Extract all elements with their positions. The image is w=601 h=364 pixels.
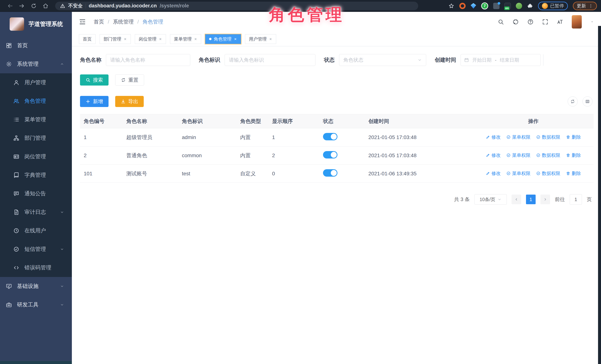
avatar-caret-icon[interactable]: [590, 20, 594, 24]
extension-orange-icon[interactable]: [459, 3, 466, 9]
tab-菜单管理[interactable]: 菜单管理: [170, 34, 201, 44]
status-toggle[interactable]: [323, 151, 337, 158]
cell-sort: 0: [268, 165, 319, 183]
browser-menu-dots-icon[interactable]: [589, 4, 593, 8]
font-size-icon[interactable]: [557, 19, 563, 25]
sidebar-item-label: 用户管理: [24, 79, 46, 86]
role-key-input[interactable]: [225, 54, 315, 66]
tab-岗位管理[interactable]: 岗位管理: [135, 34, 166, 44]
extension-gem-icon[interactable]: [471, 3, 476, 9]
add-button[interactable]: 新增: [80, 96, 109, 107]
fullscreen-icon[interactable]: [542, 19, 548, 25]
cell-status: [319, 128, 365, 147]
sidebar-item-announce[interactable]: 通知公告: [0, 184, 72, 203]
github-icon[interactable]: [512, 19, 519, 25]
tab-角色管理[interactable]: 角色管理: [205, 34, 241, 44]
bookmark-star-icon[interactable]: [448, 3, 454, 9]
breadcrumb-home[interactable]: 首页: [94, 18, 104, 25]
table-refresh-button[interactable]: [568, 97, 578, 107]
tab-label: 部门管理: [103, 36, 121, 42]
close-icon[interactable]: [123, 37, 127, 41]
sidebar-item-users[interactable]: 角色管理: [0, 92, 72, 110]
browser-reload-icon[interactable]: [31, 3, 37, 9]
sidebar-item-doc[interactable]: 审计日志: [0, 203, 72, 221]
table-row: 2普通角色common内置22021-01-05 17:03:48修改菜单权限数…: [80, 147, 594, 165]
tab-首页[interactable]: 首页: [79, 34, 96, 44]
security-label[interactable]: 不安全: [68, 3, 83, 9]
action-check-circle-link[interactable]: 菜单权限: [506, 134, 531, 140]
browser-forward-icon[interactable]: [19, 3, 25, 9]
action-check-circle-link[interactable]: 菜单权限: [506, 170, 531, 177]
status-select[interactable]: 角色状态: [339, 54, 426, 66]
close-icon[interactable]: [269, 37, 272, 41]
extension-dark-icon[interactable]: on: [504, 3, 511, 9]
sidebar-item-list[interactable]: 菜单管理: [0, 110, 72, 129]
sidebar-item-label: 菜单管理: [24, 116, 46, 123]
goto-label: 前往: [555, 196, 565, 203]
action-trash-link[interactable]: 删除: [566, 170, 581, 177]
hamburger-fold-icon[interactable]: [79, 18, 86, 25]
status-toggle[interactable]: [323, 133, 337, 140]
action-trash-link[interactable]: 删除: [566, 134, 581, 140]
sidebar-item-tree[interactable]: 部门管理: [0, 129, 72, 147]
sidebar-item-gear[interactable]: 系统管理: [0, 55, 72, 73]
page-number-1[interactable]: 1: [526, 195, 536, 204]
search-button[interactable]: 搜索: [80, 74, 109, 86]
sidebar-item-book[interactable]: 字典管理: [0, 166, 72, 184]
sidebar-item-monitor[interactable]: 基础设施: [0, 277, 72, 295]
browser-home-icon[interactable]: [43, 3, 49, 9]
chevron-right-icon: [543, 197, 547, 201]
action-label: 菜单权限: [512, 170, 531, 177]
action-check-circle-link[interactable]: 数据权限: [536, 152, 561, 158]
table-columns-button[interactable]: [582, 97, 592, 107]
online-icon: [13, 228, 19, 234]
help-icon[interactable]: [527, 19, 534, 25]
status-toggle[interactable]: [323, 169, 337, 177]
breadcrumb-system[interactable]: 系统管理: [113, 18, 134, 25]
action-check-circle-link[interactable]: 数据权限: [536, 134, 561, 140]
close-icon[interactable]: [194, 37, 197, 41]
profile-paused-pill[interactable]: 已暂停: [538, 2, 568, 10]
tab-部门管理[interactable]: 部门管理: [100, 34, 131, 44]
page-scrollbar[interactable]: [598, 26, 601, 364]
action-check-circle-link[interactable]: 数据权限: [536, 170, 561, 177]
action-edit-link[interactable]: 修改: [486, 170, 501, 177]
extension-seven-icon[interactable]: 7: [481, 2, 488, 10]
sidebar-item-user[interactable]: 用户管理: [0, 73, 72, 92]
action-check-circle-link[interactable]: 菜单权限: [506, 152, 531, 158]
close-icon[interactable]: [234, 37, 237, 41]
extensions-puzzle-icon[interactable]: [527, 3, 533, 9]
sidebar-item-online[interactable]: 在线用户: [0, 221, 72, 240]
sidebar-item-sms[interactable]: 短信管理: [0, 240, 72, 258]
action-edit-link[interactable]: 修改: [486, 152, 501, 158]
search-icon[interactable]: [498, 19, 504, 25]
close-icon[interactable]: [159, 37, 162, 41]
tab-用户管理[interactable]: 用户管理: [245, 34, 276, 44]
sidebar-item-code[interactable]: 错误码管理: [0, 258, 72, 277]
calendar-icon: [464, 58, 469, 62]
page-size-value: 10条/页: [480, 197, 495, 203]
tags-view: 首页部门管理岗位管理菜单管理角色管理用户管理: [72, 32, 601, 46]
sidebar-item-toolbox[interactable]: 研发工具: [0, 295, 72, 314]
browser-back-icon[interactable]: [7, 3, 13, 9]
next-page-button[interactable]: [541, 195, 550, 204]
check-circle-icon: [506, 153, 511, 157]
prev-page-button[interactable]: [511, 195, 521, 204]
export-button[interactable]: 导出: [115, 96, 144, 107]
sidebar-item-dashboard[interactable]: 首页: [0, 36, 72, 55]
address-bar[interactable]: 不安全 dashboard.yudao.iocoder.cn/system/ro…: [55, 2, 418, 10]
action-edit-link[interactable]: 修改: [486, 134, 501, 140]
goto-page-input[interactable]: [570, 194, 582, 205]
page-size-select[interactable]: 10条/页: [474, 194, 507, 205]
column-header: 角色编号: [80, 114, 123, 128]
user-avatar[interactable]: [572, 15, 582, 29]
action-trash-link[interactable]: 删除: [566, 152, 581, 158]
sidebar-item-postcard[interactable]: 岗位管理: [0, 147, 72, 166]
extension-green-icon[interactable]: [516, 3, 522, 9]
update-pill[interactable]: 更新: [573, 2, 597, 10]
extension-grid-icon[interactable]: [493, 3, 500, 9]
role-name-input[interactable]: [106, 54, 190, 66]
date-range-picker[interactable]: 开始日期 - 结束日期: [461, 54, 541, 66]
reset-button[interactable]: 重置: [115, 74, 144, 86]
sidebar-collapse-bar[interactable]: [0, 361, 72, 364]
